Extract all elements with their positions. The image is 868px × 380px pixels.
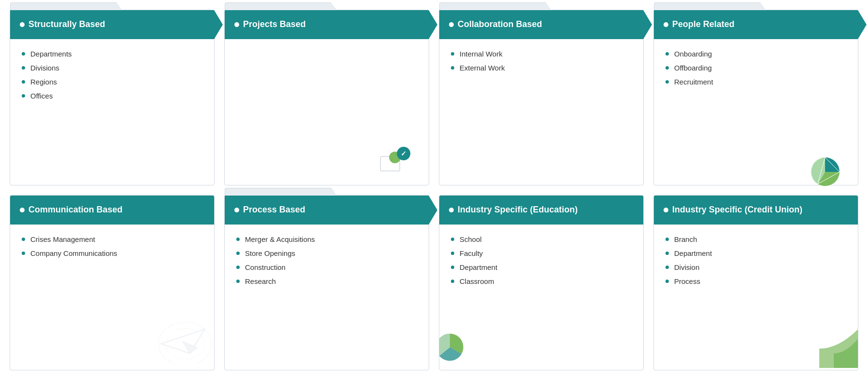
card-people-related: People Related Onboarding Offboarding Re… bbox=[653, 10, 858, 185]
list-item: Offboarding bbox=[665, 63, 848, 73]
list-item: Regions bbox=[22, 77, 204, 87]
card-title-communication-based: Communication Based bbox=[28, 205, 204, 215]
list-item: External Work bbox=[451, 63, 634, 73]
header-dot bbox=[234, 22, 239, 27]
list-item: School bbox=[451, 234, 634, 244]
list-item: Merger & Acquisitions bbox=[236, 234, 419, 244]
list-item: Division bbox=[665, 262, 848, 272]
card-list-communication-based: Crises Management Company Communications bbox=[22, 234, 204, 258]
card-body-process-based: Merger & Acquisitions Store Openings Con… bbox=[225, 225, 429, 370]
header-dot bbox=[449, 208, 454, 212]
card-header-collaboration-based: Collaboration Based bbox=[439, 10, 643, 39]
card-header-projects-based: Projects Based bbox=[225, 10, 429, 39]
card-title-projects-based: Projects Based bbox=[243, 19, 419, 30]
list-item: Company Communications bbox=[22, 248, 204, 258]
card-body-communication-based: Crises Management Company Communications bbox=[10, 225, 214, 370]
list-item: Classroom bbox=[451, 276, 634, 286]
header-dot bbox=[449, 22, 454, 27]
card-title-structurally-based: Structurally Based bbox=[28, 19, 204, 30]
card-header-structurally-based: Structurally Based bbox=[10, 10, 214, 39]
list-item: Research bbox=[236, 276, 419, 286]
card-communication-based: Communication Based Crises Management Co… bbox=[10, 195, 215, 371]
card-title-process-based: Process Based bbox=[243, 205, 419, 215]
list-item: Branch bbox=[665, 234, 848, 244]
card-title-people-related: People Related bbox=[672, 19, 848, 30]
card-body-industry-education: School Faculty Department Classroom bbox=[439, 225, 643, 370]
card-header-industry-cu: Industry Specific (Credit Union) bbox=[654, 196, 858, 225]
header-dot bbox=[664, 22, 668, 27]
card-title-collaboration-based: Collaboration Based bbox=[458, 19, 634, 30]
list-item: Offices bbox=[22, 91, 204, 101]
card-list-collaboration-based: Internal Work External Work bbox=[451, 49, 634, 73]
card-industry-education: Industry Specific (Education) School Fac… bbox=[439, 195, 644, 371]
card-list-process-based: Merger & Acquisitions Store Openings Con… bbox=[236, 234, 419, 286]
card-projects-based: Projects Based ✓ bbox=[224, 10, 429, 185]
card-industry-cu: Industry Specific (Credit Union) Branch … bbox=[653, 195, 858, 371]
list-item: Divisions bbox=[22, 63, 204, 73]
main-grid: Structurally Based Departments Divisions… bbox=[0, 0, 868, 380]
list-item: Recruitment bbox=[665, 77, 848, 87]
list-item: Department bbox=[665, 248, 848, 258]
card-list-industry-cu: Branch Department Division Process bbox=[665, 234, 848, 286]
header-dot bbox=[664, 208, 668, 212]
list-item: Departments bbox=[22, 49, 204, 59]
list-item: Department bbox=[451, 262, 634, 272]
card-title-industry-cu: Industry Specific (Credit Union) bbox=[672, 205, 848, 215]
list-item: Store Openings bbox=[236, 248, 419, 258]
card-header-process-based: Process Based bbox=[225, 196, 429, 225]
card-header-industry-education: Industry Specific (Education) bbox=[439, 196, 643, 225]
card-body-collaboration-based: Internal Work External Work bbox=[439, 39, 643, 185]
card-title-industry-education: Industry Specific (Education) bbox=[458, 205, 634, 215]
card-structurally-based: Structurally Based Departments Divisions… bbox=[10, 10, 215, 185]
card-list-industry-education: School Faculty Department Classroom bbox=[451, 234, 634, 286]
list-item: Crises Management bbox=[22, 234, 204, 244]
card-header-communication-based: Communication Based bbox=[10, 196, 214, 225]
card-body-people-related: Onboarding Offboarding Recruitment bbox=[654, 39, 858, 185]
card-collaboration-based: Collaboration Based Internal Work Extern… bbox=[439, 10, 644, 185]
card-process-based: Process Based Merger & Acquisitions Stor… bbox=[224, 195, 429, 371]
list-item: Faculty bbox=[451, 248, 634, 258]
header-dot bbox=[20, 208, 25, 212]
card-list-people-related: Onboarding Offboarding Recruitment bbox=[665, 49, 848, 87]
card-list-structurally-based: Departments Divisions Regions Offices bbox=[22, 49, 204, 101]
list-item: Onboarding bbox=[665, 49, 848, 59]
card-header-people-related: People Related bbox=[654, 10, 858, 39]
card-body-industry-cu: Branch Department Division Process bbox=[654, 225, 858, 370]
list-item: Process bbox=[665, 276, 848, 286]
list-item: Construction bbox=[236, 262, 419, 272]
header-dot bbox=[234, 208, 239, 212]
card-body-projects-based bbox=[225, 39, 429, 185]
list-item: Internal Work bbox=[451, 49, 634, 59]
card-body-structurally-based: Departments Divisions Regions Offices bbox=[10, 39, 214, 185]
header-dot bbox=[20, 22, 25, 27]
